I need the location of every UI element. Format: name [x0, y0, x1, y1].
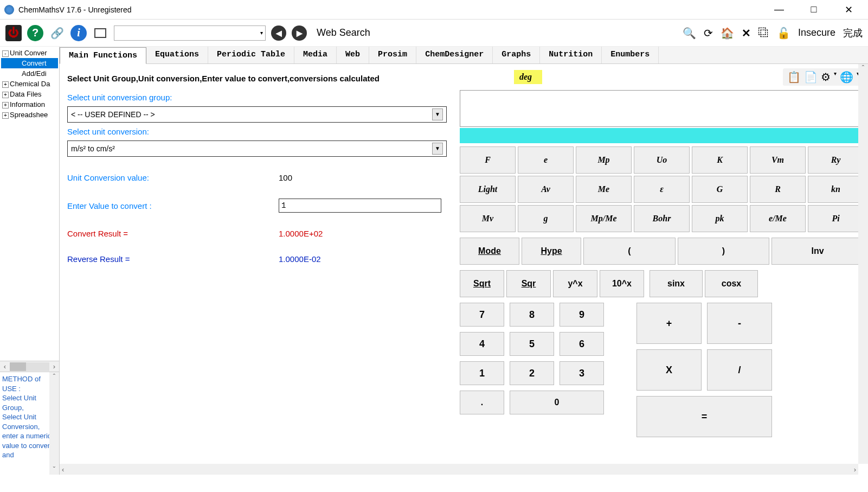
const-pk-button[interactable]: pk [692, 205, 748, 232]
calc-display[interactable] [460, 90, 864, 127]
paren-close-button[interactable]: ) [678, 238, 770, 265]
multiply-button[interactable]: X [636, 349, 702, 391]
info-icon[interactable]: i [70, 25, 87, 41]
const-g-button[interactable]: g [518, 205, 574, 232]
tab-media[interactable]: Media [294, 47, 337, 63]
tree-item[interactable]: +Chemical Da [1, 79, 58, 89]
tab-graphs[interactable]: Graphs [493, 47, 540, 63]
power-icon[interactable]: ⏻ [5, 25, 22, 41]
globe-icon[interactable]: 🌐 [840, 71, 853, 84]
copy-icon[interactable]: ⿻ [758, 27, 769, 39]
digit-1-button[interactable]: 1 [460, 361, 504, 385]
tab-nutrition[interactable]: Nutrition [540, 47, 602, 63]
enter-value-label: Enter Value to convert : [67, 201, 279, 210]
group-select[interactable]: < -- USER DEFINED -- > ▼ [67, 106, 447, 123]
tree-item[interactable]: +Information [1, 99, 58, 110]
nav-forward-button[interactable]: ▶ [292, 25, 307, 41]
sinx-button[interactable]: sinx [650, 270, 703, 297]
tab-enumbers[interactable]: Enumbers [602, 47, 659, 63]
const-eme-button[interactable]: e/Me [750, 205, 806, 232]
tree-item[interactable]: -Unit Conver [1, 48, 58, 58]
const-mp-button[interactable]: Mp [576, 146, 632, 174]
paren-open-button[interactable]: ( [583, 238, 676, 265]
const--button[interactable]: ε [634, 176, 690, 203]
const-f-button[interactable]: F [460, 146, 516, 174]
search-icon[interactable]: 🔍 [683, 27, 696, 40]
minus-button[interactable]: - [707, 303, 772, 344]
const-bohr-button[interactable]: Bohr [634, 205, 690, 232]
mode-button[interactable]: Mode [460, 238, 519, 265]
digit-6-button[interactable]: 6 [560, 332, 604, 356]
const-me-button[interactable]: Me [576, 176, 632, 203]
const-mpme-button[interactable]: Mp/Me [576, 205, 632, 232]
tree-item[interactable]: Convert [1, 58, 58, 68]
chevron-down-icon[interactable]: ▼ [432, 143, 443, 155]
digit-7-button[interactable]: 7 [460, 303, 504, 327]
refresh-icon[interactable]: ⟳ [704, 27, 713, 40]
tree-item[interactable]: Add/Edi [1, 68, 58, 79]
conversion-select[interactable]: m/s² to cm/s² ▼ [67, 140, 447, 157]
ypowx-button[interactable]: y^x [553, 270, 597, 297]
divide-button[interactable]: / [707, 349, 772, 391]
const-kn-button[interactable]: kn [808, 176, 864, 203]
gear-icon[interactable]: ⚙ [821, 71, 831, 84]
const-mv-button[interactable]: Mv [460, 205, 516, 232]
minimize-button[interactable]: — [768, 2, 790, 18]
chevron-down-icon[interactable]: ▼ [432, 108, 443, 120]
digit-3-button[interactable]: 3 [560, 361, 604, 385]
dot-button[interactable]: . [460, 391, 504, 414]
maximize-button[interactable]: □ [803, 2, 825, 18]
tree-item[interactable]: +Spreadshee [1, 110, 58, 120]
const-av-button[interactable]: Av [518, 176, 574, 203]
digit-2-button[interactable]: 2 [510, 361, 554, 385]
digit-8-button[interactable]: 8 [510, 303, 554, 327]
help-icon[interactable]: ? [27, 25, 43, 41]
digit-4-button[interactable]: 4 [460, 332, 504, 356]
home-icon[interactable]: 🏠 [721, 27, 734, 40]
const-light-button[interactable]: Light [460, 176, 516, 203]
tab-chemdesigner[interactable]: ChemDesigner [416, 47, 493, 63]
link-icon[interactable]: 🔗 [49, 25, 65, 41]
enter-value-input[interactable] [279, 199, 441, 213]
close-button[interactable]: ✕ [838, 2, 859, 18]
address-dropdown[interactable]: ▾ [114, 25, 266, 41]
equals-button[interactable]: = [636, 396, 772, 437]
sqr-button[interactable]: Sqr [506, 270, 551, 297]
app-icon [4, 5, 14, 15]
const-e-button[interactable]: e [518, 146, 574, 174]
tab-web[interactable]: Web [337, 47, 369, 63]
tab-periodic-table[interactable]: Periodic Table [208, 47, 294, 63]
digit-5-button[interactable]: 5 [510, 332, 554, 356]
const-g-button[interactable]: G [692, 176, 748, 203]
monitor-icon[interactable] [92, 25, 108, 41]
zero-button[interactable]: 0 [510, 391, 604, 414]
content-h-scrollbar[interactable]: ‹› [60, 464, 858, 475]
tree-item[interactable]: +Data Files [1, 89, 58, 99]
const-ry-button[interactable]: Ry [808, 146, 864, 174]
digit-9-button[interactable]: 9 [560, 303, 604, 327]
stop-icon[interactable]: ✕ [742, 27, 751, 40]
const-pi-button[interactable]: Pi [808, 205, 864, 232]
tree-h-scrollbar[interactable]: ‹ › [0, 361, 59, 372]
plus-button[interactable]: + [636, 303, 702, 344]
paste-icon[interactable]: 📄 [804, 71, 818, 84]
tab-equations[interactable]: Equations [146, 47, 208, 63]
scroll-right-icon[interactable]: › [49, 362, 59, 370]
tab-prosim[interactable]: Prosim [369, 47, 416, 63]
const-r-button[interactable]: R [750, 176, 806, 203]
cosx-button[interactable]: cosx [705, 270, 758, 297]
const-vm-button[interactable]: Vm [750, 146, 806, 174]
const-k-button[interactable]: K [692, 146, 748, 174]
sqrt-button[interactable]: Sqrt [460, 270, 504, 297]
hype-button[interactable]: Hype [522, 238, 581, 265]
done-label[interactable]: 完成 [843, 27, 863, 40]
scroll-left-icon[interactable]: ‹ [0, 362, 10, 370]
inv-button[interactable]: Inv [771, 238, 864, 265]
tenpowx-button[interactable]: 10^x [600, 270, 644, 297]
tab-main-functions[interactable]: Main Functions [60, 47, 146, 64]
copy-icon[interactable]: 📋 [787, 71, 801, 84]
help-v-scrollbar[interactable]: ˆˇ [49, 372, 59, 475]
content-v-scrollbar[interactable]: ˆ [858, 64, 868, 464]
nav-back-button[interactable]: ◀ [271, 25, 286, 41]
const-uo-button[interactable]: Uo [634, 146, 690, 174]
